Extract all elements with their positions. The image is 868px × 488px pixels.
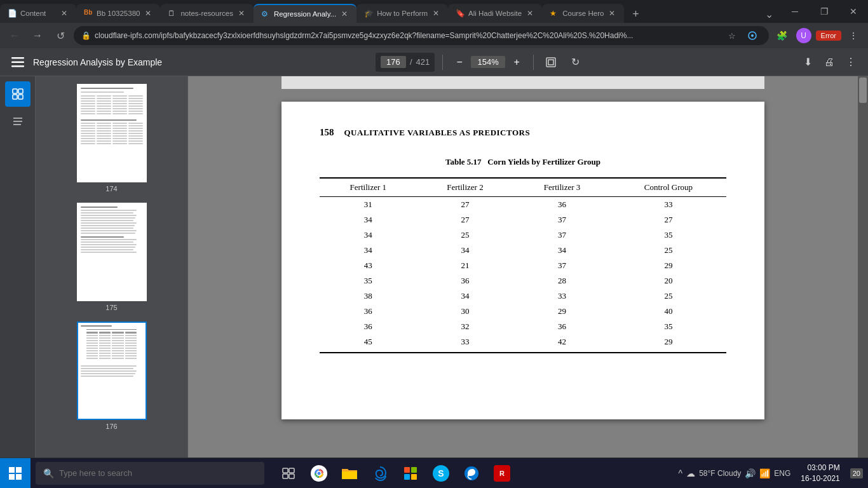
chrome-icon[interactable] — [305, 459, 333, 487]
close-button[interactable]: ✕ — [839, 0, 868, 23]
tab-course-hero[interactable]: ★ Course Hero ✕ — [542, 4, 624, 23]
error-badge[interactable]: Error — [816, 30, 841, 41]
skype-button[interactable]: S — [427, 459, 455, 487]
forward-button[interactable]: → — [28, 26, 47, 45]
tab-ali-hadi[interactable]: 🔖 Ali Hadi Website ✕ — [448, 4, 542, 23]
tab-notes[interactable]: 🗒 notes-resources ✕ — [160, 4, 253, 23]
cell-r9-c0: 45 — [320, 334, 417, 353]
speaker-icon[interactable]: 🔊 — [745, 468, 756, 478]
tab-favicon-course: ★ — [550, 9, 559, 18]
tab-close-how[interactable]: ✕ — [431, 10, 440, 17]
tab-close-regression[interactable]: ✕ — [340, 10, 349, 18]
svg-rect-20 — [283, 474, 288, 478]
tab-content[interactable]: 📄 Content ✕ — [0, 4, 76, 23]
table-row: 38343325 — [320, 288, 726, 304]
cloud-icon[interactable]: ☁ — [686, 468, 695, 478]
browser-actions: 🧩 U Error ⋮ — [773, 26, 863, 45]
tab-label-bb: Bb 10325380 — [97, 10, 140, 17]
tab-regression[interactable]: ⚙ Regression Analy... ✕ — [254, 4, 356, 23]
new-tab-button[interactable]: + — [627, 5, 644, 23]
pdf-toolbar: Regression Analysis by Example 176 / 421… — [0, 48, 868, 76]
profile-button[interactable]: U — [794, 26, 813, 45]
weather-text: 58°F Cloudy — [699, 469, 741, 478]
table-row: 31273633 — [320, 197, 726, 213]
url-display: cloudflare-ipfs.com/ipfs/bafykbzacecfy3z… — [95, 31, 719, 40]
svg-rect-2 — [11, 57, 24, 59]
cell-r4-c2: 37 — [513, 258, 611, 273]
tab-close-bb[interactable]: ✕ — [144, 10, 153, 17]
red-app-button[interactable]: R — [488, 459, 516, 487]
pdf-menu-button[interactable] — [8, 52, 28, 72]
pdf-zoom-display[interactable]: 154% — [471, 56, 505, 68]
zoom-out-button[interactable]: − — [451, 53, 468, 71]
taskbar-search[interactable]: 🔍 — [36, 462, 264, 485]
rotate-button[interactable]: ↻ — [566, 53, 585, 72]
system-tray: ^ ☁ 58°F Cloudy 🔊 📶 ENG — [679, 468, 791, 478]
svg-rect-29 — [404, 467, 410, 473]
download-button[interactable]: ⬇ — [798, 53, 817, 72]
clock-date: 16-10-2021 — [801, 473, 839, 484]
tab-close-course[interactable]: ✕ — [607, 10, 616, 17]
thumbnail-176[interactable]: 176 — [77, 322, 147, 430]
tab-10325380[interactable]: Bb Bb 10325380 ✕ — [76, 4, 160, 23]
svg-rect-21 — [289, 474, 294, 478]
pdf-content[interactable]: 158 QUALITATIVE VARIABLES AS PREDICTORS … — [188, 76, 858, 458]
section-header: 158 QUALITATIVE VARIABLES AS PREDICTORS — [320, 127, 726, 138]
thumbnail-174[interactable]: 174 — [77, 84, 147, 193]
taskbar-clock[interactable]: 03:00 PM 16-10-2021 — [796, 463, 844, 484]
edge-button[interactable] — [366, 459, 394, 487]
thumbnail-175[interactable]: 175 — [77, 203, 147, 311]
tab-list-button[interactable]: ⌄ — [760, 5, 778, 23]
cell-r4-c3: 29 — [611, 258, 726, 273]
zoom-in-button[interactable]: + — [508, 53, 526, 71]
task-view-button[interactable] — [275, 459, 302, 487]
thumbnail-panel: 174 — [36, 76, 188, 458]
svg-rect-32 — [411, 474, 417, 480]
reload-button[interactable]: ↺ — [51, 26, 70, 45]
cell-r6-c0: 38 — [320, 288, 417, 304]
extensions-button[interactable]: 🧩 — [773, 26, 792, 45]
cell-r7-c2: 29 — [513, 304, 611, 319]
taskbar-search-input[interactable] — [59, 468, 257, 478]
edge-blue-button[interactable] — [458, 459, 485, 487]
address-bar[interactable]: 🔒 cloudflare-ipfs.com/ipfs/bafykbzacecfy… — [74, 26, 769, 45]
tabbar: 📄 Content ✕ Bb Bb 10325380 ✕ 🗒 notes-res… — [0, 0, 868, 23]
table-row: 36302940 — [320, 304, 726, 319]
pdf-more-button[interactable]: ⋮ — [841, 53, 860, 72]
notification-badge[interactable]: 20 — [850, 468, 863, 478]
tab-close-content[interactable]: ✕ — [60, 10, 69, 17]
pdf-page-input[interactable]: 176 — [381, 56, 406, 68]
chevron-up-icon[interactable]: ^ — [679, 468, 683, 478]
cell-r3-c0: 34 — [320, 243, 417, 258]
svg-rect-7 — [13, 89, 17, 93]
thumbnail-img-176 — [77, 322, 147, 420]
col-header-3: Fertilizer 3 — [513, 178, 611, 197]
cell-r9-c2: 42 — [513, 334, 611, 353]
lock-icon: 🔒 — [81, 31, 91, 40]
restore-button[interactable]: ❐ — [810, 0, 839, 23]
cell-r5-c1: 36 — [417, 273, 514, 288]
menu-button[interactable]: ⋮ — [844, 26, 863, 45]
outline-button[interactable] — [5, 109, 31, 135]
fit-page-button[interactable] — [541, 53, 560, 72]
table-row: 35362820 — [320, 273, 726, 288]
minimize-button[interactable]: ─ — [780, 0, 810, 23]
back-button[interactable]: ← — [5, 26, 24, 45]
tab-close-notes[interactable]: ✕ — [237, 10, 246, 17]
google-lens-button[interactable] — [743, 27, 761, 44]
start-button[interactable] — [0, 458, 31, 489]
tab-close-ali[interactable]: ✕ — [526, 10, 534, 17]
store-button[interactable] — [397, 459, 424, 487]
tab-favicon-regression: ⚙ — [261, 10, 270, 18]
thumbnails-button[interactable] — [5, 81, 31, 107]
wifi-icon[interactable]: 📶 — [759, 468, 770, 478]
bookmark-button[interactable]: ☆ — [723, 27, 741, 44]
section-number: 158 — [320, 127, 334, 138]
tab-label-content: Content — [20, 10, 56, 17]
right-scrollbar[interactable] — [858, 76, 868, 458]
tab-how-to-perform[interactable]: 🎓 How to Perform ✕ — [356, 4, 448, 23]
clock-time: 03:00 PM — [801, 463, 839, 473]
file-explorer-button[interactable] — [336, 459, 363, 487]
print-button[interactable]: 🖨 — [820, 53, 839, 72]
tab-label-regression: Regression Analy... — [274, 10, 336, 18]
